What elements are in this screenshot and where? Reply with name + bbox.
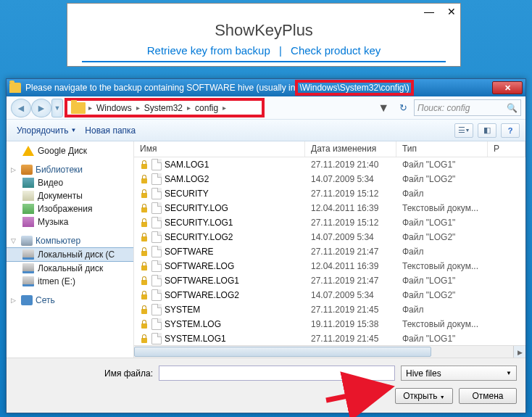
sidebar-item-gdrive[interactable]: Google Диск bbox=[7, 144, 133, 157]
dialog-title-path: \Windows\System32\config\) bbox=[296, 81, 412, 94]
file-row[interactable]: SECURITY27.11.2019 15:12Файл bbox=[134, 186, 525, 201]
file-icon bbox=[151, 202, 162, 214]
file-date: 19.11.2019 15:38 bbox=[305, 319, 396, 329]
video-icon bbox=[22, 178, 34, 188]
lock-icon bbox=[140, 305, 149, 314]
file-name: SOFTWARE.LOG1 bbox=[165, 276, 239, 286]
file-date: 14.07.2009 5:34 bbox=[305, 174, 396, 184]
close-icon[interactable]: ✕ bbox=[447, 6, 456, 17]
dialog-close-button[interactable]: ✕ bbox=[492, 81, 523, 94]
lock-icon bbox=[140, 175, 149, 183]
lock-icon bbox=[140, 276, 149, 285]
col-size[interactable]: Р bbox=[488, 141, 525, 157]
lock-icon bbox=[140, 262, 149, 271]
retrieve-key-link[interactable]: Retrieve key from backup bbox=[147, 44, 270, 57]
file-type: Файл bbox=[396, 305, 488, 315]
showkeyplus-window: — ✕ ShowKeyPlus Retrieve key from backup… bbox=[67, 3, 461, 67]
filename-input[interactable] bbox=[159, 366, 395, 381]
breadcrumb[interactable]: ▸ Windows ▸ System32 ▸ config ▸ bbox=[66, 99, 263, 116]
preview-pane-button[interactable]: ◧ bbox=[478, 123, 496, 138]
nav-forward-button[interactable]: ► bbox=[31, 99, 51, 117]
sidebar-item-documents[interactable]: Документы bbox=[7, 189, 133, 202]
file-name: SECURITY.LOG bbox=[165, 203, 228, 213]
sidebar-item-localdisk-c[interactable]: Локальный диск (C bbox=[7, 247, 133, 262]
computer-icon bbox=[21, 236, 33, 246]
file-row[interactable]: SOFTWARE.LOG12.04.2011 16:39Текстовый до… bbox=[134, 259, 525, 273]
breadcrumb-seg-config[interactable]: config bbox=[191, 103, 223, 113]
chevron-icon[interactable]: ▸ bbox=[223, 104, 226, 112]
file-row[interactable]: SOFTWARE.LOG214.07.2009 5:34Файл "LOG2" bbox=[134, 288, 525, 302]
file-list[interactable]: SAM.LOG127.11.2019 21:40Файл "LOG1"SAM.L… bbox=[134, 157, 525, 345]
file-row[interactable]: SOFTWARE27.11.2019 21:47Файл bbox=[134, 244, 525, 259]
file-icon bbox=[151, 246, 162, 257]
sidebar-network[interactable]: ▷Сеть bbox=[7, 294, 133, 307]
file-name: SYSTEM.LOG1 bbox=[165, 334, 226, 344]
file-name: SYSTEM.LOG bbox=[165, 319, 221, 329]
organize-menu[interactable]: Упорядочить▼ bbox=[12, 123, 80, 138]
sidebar-computer[interactable]: ▽Компьютер bbox=[7, 234, 133, 247]
file-row[interactable]: SECURITY.LOG214.07.2009 5:34Файл "LOG2" bbox=[134, 230, 525, 244]
network-icon bbox=[21, 295, 33, 305]
file-name: SAM.LOG2 bbox=[165, 174, 209, 184]
file-type: Файл "LOG1" bbox=[396, 218, 488, 228]
separator: | bbox=[279, 44, 282, 57]
file-row[interactable]: SECURITY.LOG12.04.2011 16:39Текстовый до… bbox=[134, 201, 525, 215]
horizontal-scrollbar[interactable]: ▶ bbox=[134, 345, 525, 358]
dialog-title-text: Please navigate to the backup containing… bbox=[25, 83, 295, 93]
dialog-titlebar: Please navigate to the backup containing… bbox=[7, 79, 525, 96]
breadcrumb-seg-windows[interactable]: Windows bbox=[92, 103, 136, 113]
file-name: SOFTWARE.LOG bbox=[165, 261, 234, 271]
nav-back-button[interactable]: ◄ bbox=[11, 99, 31, 117]
search-input[interactable]: Поиск: config 🔍 bbox=[414, 99, 521, 116]
lock-icon bbox=[140, 247, 149, 256]
folder-icon bbox=[9, 83, 21, 93]
check-product-key-link[interactable]: Check product key bbox=[291, 44, 381, 57]
file-name: SECURITY.LOG2 bbox=[165, 232, 233, 242]
help-button[interactable]: ? bbox=[501, 123, 520, 138]
nav-history-dropdown[interactable]: ▼ bbox=[51, 99, 63, 117]
file-row[interactable]: SYSTEM.LOG19.11.2019 15:38Текстовый доку… bbox=[134, 317, 525, 331]
sidebar-item-itmen[interactable]: itmen (E:) bbox=[7, 275, 133, 288]
file-icon bbox=[151, 231, 162, 243]
minimize-icon[interactable]: — bbox=[424, 6, 434, 17]
refresh-button[interactable]: ↻ bbox=[395, 100, 411, 116]
file-row[interactable]: SOFTWARE.LOG127.11.2019 21:47Файл "LOG1" bbox=[134, 273, 525, 288]
sidebar-item-videos[interactable]: Видео bbox=[7, 176, 133, 189]
col-name[interactable]: Имя bbox=[134, 141, 305, 157]
cancel-button[interactable]: Отмена bbox=[459, 388, 517, 404]
scrollbar-thumb[interactable] bbox=[134, 347, 431, 357]
file-row[interactable]: SAM.LOG214.07.2009 5:34Файл "LOG2" bbox=[134, 172, 525, 186]
file-type: Файл "LOG2" bbox=[396, 174, 488, 184]
scroll-right-icon[interactable]: ▶ bbox=[513, 346, 525, 358]
file-date: 27.11.2019 15:12 bbox=[305, 218, 396, 228]
breadcrumb-seg-system32[interactable]: System32 bbox=[140, 103, 187, 113]
sidebar-item-music[interactable]: Музыка bbox=[7, 215, 133, 228]
drive-icon bbox=[22, 249, 34, 260]
file-row[interactable]: SAM.LOG127.11.2019 21:40Файл "LOG1" bbox=[134, 157, 525, 172]
file-icon bbox=[151, 318, 162, 330]
open-button[interactable]: Открыть ▼ bbox=[395, 388, 453, 404]
sidebar-item-pictures[interactable]: Изображения bbox=[7, 202, 133, 215]
sidebar: Google Диск ▷Библиотеки Видео Документы … bbox=[7, 141, 134, 358]
file-row[interactable]: SYSTEM.LOG127.11.2019 21:45Файл "LOG1" bbox=[134, 331, 525, 345]
view-mode-button[interactable]: ☰ ▼ bbox=[454, 123, 473, 138]
lock-icon bbox=[140, 320, 149, 329]
breadcrumb-dropdown[interactable]: ▼ bbox=[375, 102, 392, 115]
column-headers: Имя Дата изменения Тип Р bbox=[134, 141, 525, 157]
file-type: Файл "LOG2" bbox=[396, 290, 488, 300]
col-date[interactable]: Дата изменения bbox=[305, 141, 396, 157]
file-type: Текстовый докум... bbox=[396, 261, 488, 271]
new-folder-button[interactable]: Новая папка bbox=[80, 123, 140, 138]
file-row[interactable]: SECURITY.LOG127.11.2019 15:12Файл "LOG1" bbox=[134, 215, 525, 230]
lock-icon bbox=[140, 334, 149, 343]
file-pane: Имя Дата изменения Тип Р SAM.LOG127.11.2… bbox=[134, 141, 525, 358]
sidebar-libraries[interactable]: ▷Библиотеки bbox=[7, 163, 133, 176]
file-type: Файл "LOG1" bbox=[396, 276, 488, 286]
lock-icon bbox=[140, 189, 149, 198]
file-row[interactable]: SYSTEM27.11.2019 21:45Файл bbox=[134, 302, 525, 317]
file-date: 27.11.2019 15:12 bbox=[305, 189, 396, 199]
drive-icon bbox=[22, 263, 34, 273]
col-type[interactable]: Тип bbox=[396, 141, 488, 157]
sidebar-item-localdisk-2[interactable]: Локальный диск bbox=[7, 262, 133, 275]
file-type-filter[interactable]: Hive files▼ bbox=[401, 366, 517, 381]
